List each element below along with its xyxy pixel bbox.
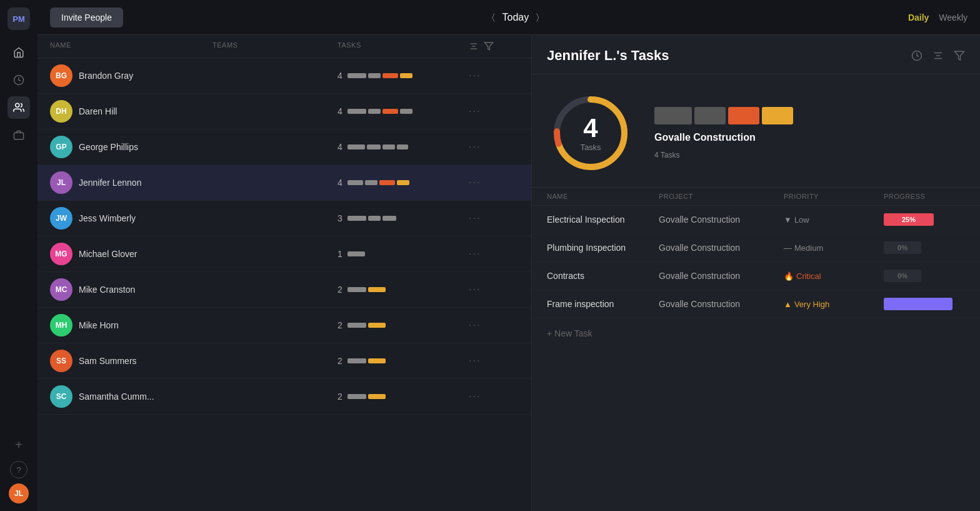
task-row[interactable]: Contracts Govalle Construction 🔥 Critica… — [532, 262, 980, 290]
task-bars — [348, 73, 412, 78]
more-button[interactable]: ··· — [469, 391, 519, 402]
task-row[interactable]: Electrical Inspection Govalle Constructi… — [532, 206, 980, 234]
person-info: MH Mike Horn — [50, 314, 212, 336]
task-bar — [348, 323, 366, 328]
people-row[interactable]: JL Jennifer Lennon 4 ··· — [38, 165, 531, 201]
task-bar — [368, 109, 381, 114]
help-icon[interactable]: ? — [10, 461, 28, 478]
sidebar-item-briefcase[interactable] — [8, 124, 30, 146]
people-row[interactable]: SS Sam Summers 2 ··· — [38, 343, 531, 379]
task-priority: ▼ Low — [784, 215, 884, 225]
people-row[interactable]: BG Brandon Gray 4 ··· — [38, 58, 531, 94]
task-bar — [367, 144, 381, 149]
person-tasks: 2 — [338, 392, 469, 402]
donut-label: Tasks — [580, 143, 601, 152]
add-icon[interactable]: + — [8, 433, 30, 456]
task-row[interactable]: Plumbing Inspection Govalle Construction… — [532, 234, 980, 262]
col-teams: TEAMS — [212, 41, 338, 51]
priority-icon: ▼ — [784, 215, 792, 225]
person-name: Jennifer Lennon — [79, 178, 141, 188]
progress-bar: 0% — [884, 241, 921, 254]
more-button[interactable]: ··· — [469, 213, 519, 224]
filter-icon[interactable] — [954, 50, 965, 61]
next-date-arrow[interactable]: 〉 — [536, 12, 539, 23]
person-name: Daren Hill — [79, 106, 117, 116]
settings-icon[interactable] — [932, 50, 944, 61]
new-task-button[interactable]: + New Task — [532, 318, 980, 348]
task-header-icons — [911, 50, 965, 61]
people-row[interactable]: GP George Phillips 4 ··· — [38, 129, 531, 165]
task-bar — [368, 358, 386, 363]
task-bar — [348, 287, 366, 292]
people-row[interactable]: MH Mike Horn 2 ··· — [38, 308, 531, 343]
more-button[interactable]: ··· — [469, 106, 519, 117]
people-row[interactable]: DH Daren Hill 4 ··· — [38, 94, 531, 129]
task-progress — [884, 298, 965, 310]
priority-label: Low — [794, 215, 809, 225]
task-project-info: Govalle Construction 4 Tasks — [654, 107, 965, 159]
people-row[interactable]: SC Samantha Cumm... 2 ··· — [38, 379, 531, 415]
people-row[interactable]: MC Mike Cranston 2 ··· — [38, 272, 531, 308]
view-toggle: Daily Weekly — [908, 13, 968, 23]
task-bar — [368, 287, 386, 292]
priority-label: Medium — [794, 243, 823, 253]
priority-icon: — — [784, 243, 792, 253]
sidebar: PM + ? JL — [0, 0, 38, 511]
person-tasks: 4 — [338, 71, 469, 81]
avatar: JL — [50, 171, 72, 194]
task-bar — [382, 73, 398, 78]
mini-bar-1 — [654, 107, 692, 124]
more-button[interactable]: ··· — [469, 177, 519, 188]
prev-date-arrow[interactable]: 〈 — [492, 12, 495, 23]
more-button[interactable]: ··· — [469, 70, 519, 81]
user-avatar[interactable]: JL — [9, 483, 29, 503]
task-bar — [382, 144, 395, 149]
project-task-count: 4 Tasks — [654, 151, 965, 159]
clock-icon[interactable] — [911, 50, 922, 61]
people-row[interactable]: JW Jess Wimberly 3 ··· — [38, 201, 531, 236]
task-bars — [348, 287, 386, 292]
more-button[interactable]: ··· — [469, 284, 519, 295]
more-button[interactable]: ··· — [469, 355, 519, 367]
topbar: Invite People 〈 Today 〉 Daily Weekly — [38, 0, 980, 35]
people-list: BG Brandon Gray 4 ··· DH Daren Hill 4 ··… — [38, 58, 531, 511]
weekly-view-button[interactable]: Weekly — [939, 13, 968, 23]
col-tasks: TASKS — [338, 41, 469, 51]
priority-icon: ▲ — [784, 300, 792, 309]
task-count: 4 — [338, 142, 342, 152]
person-tasks: 1 — [338, 249, 469, 259]
task-bar — [382, 216, 396, 221]
sidebar-item-people[interactable] — [8, 96, 30, 119]
sidebar-item-home[interactable] — [8, 41, 30, 64]
avatar: MC — [50, 278, 72, 301]
person-info: BG Brandon Gray — [50, 64, 212, 87]
task-bar — [368, 323, 386, 328]
daily-view-button[interactable]: Daily — [908, 13, 929, 23]
people-row[interactable]: MG Michael Glover 1 ··· — [38, 236, 531, 272]
task-progress: 0% — [884, 270, 965, 282]
invite-people-button[interactable]: Invite People — [50, 8, 123, 28]
avatar: MH — [50, 314, 72, 336]
task-panel-title: Jennifer L.'s Tasks — [547, 48, 669, 64]
project-name: Govalle Construction — [654, 132, 965, 143]
task-bars — [348, 358, 386, 363]
app-logo[interactable]: PM — [8, 8, 30, 30]
person-info: DH Daren Hill — [50, 100, 212, 123]
current-date: Today — [502, 12, 529, 23]
task-bar — [365, 180, 378, 185]
task-row[interactable]: Frame inspection Govalle Construction ▲ … — [532, 290, 980, 318]
person-name: Mike Cranston — [79, 285, 135, 295]
task-project: Govalle Construction — [659, 243, 784, 253]
more-button[interactable]: ··· — [469, 141, 519, 153]
mini-bar-4 — [762, 107, 793, 124]
avatar: BG — [50, 64, 72, 87]
person-name: Sam Summers — [79, 356, 137, 366]
people-panel: NAME TEAMS TASKS BG Brandon Gray 4 ··· D… — [38, 35, 531, 511]
tcol-name: NAME — [547, 193, 659, 200]
more-button[interactable]: ··· — [469, 248, 519, 260]
tcol-project: PROJECT — [659, 193, 784, 200]
sidebar-item-history[interactable] — [8, 69, 30, 91]
more-button[interactable]: ··· — [469, 320, 519, 331]
task-progress: 0% — [884, 241, 965, 254]
task-bar — [348, 216, 366, 221]
